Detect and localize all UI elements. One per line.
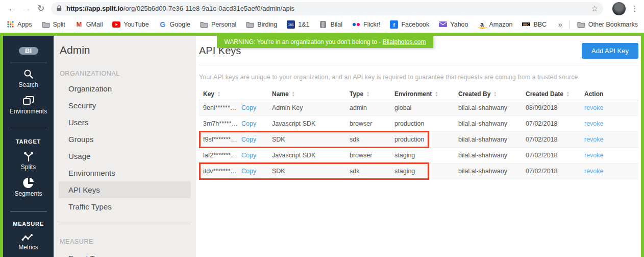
column-header-type[interactable]: Type▲▼ (345, 90, 390, 98)
key-created-by: bilal.al-shahwany (454, 152, 522, 159)
rail-divider (10, 129, 47, 129)
copy-link[interactable]: Copy (241, 136, 256, 143)
bookmark-label: Google (170, 21, 190, 28)
sort-icon[interactable]: ▲▼ (566, 91, 569, 97)
copy-link[interactable]: Copy (241, 168, 256, 175)
rail-section-target: TARGET (16, 138, 41, 145)
api-key-masked: itdv*******… (203, 168, 241, 175)
sidebar-item-splits[interactable]: Splits (21, 151, 36, 171)
sidebar-item-search[interactable]: Search (18, 68, 38, 88)
sidebar-item-metrics[interactable]: Metrics (18, 233, 38, 251)
column-header-environment[interactable]: Environment▲▼ (390, 90, 454, 98)
key-name: Admin Key (268, 104, 345, 111)
url-text[interactable]: https://app.split.io/org/025b6d00-7e36-1… (66, 5, 587, 12)
bookmark-bilal[interactable]: Bilal (319, 20, 342, 29)
key-type: browser (345, 152, 390, 159)
nav-item-api-keys[interactable]: API Keys (59, 181, 191, 198)
sort-icon[interactable]: ▲▼ (292, 91, 295, 97)
sort-icon[interactable]: ▲▼ (217, 91, 220, 97)
api-key-masked: 9eni******… (203, 104, 241, 111)
other-bookmarks[interactable]: Other Bookmarks (577, 20, 638, 29)
sort-icon[interactable]: ▲▼ (366, 91, 369, 97)
bookmark-flickr[interactable]: Flickr! (352, 20, 380, 29)
revoke-link[interactable]: revoke (584, 104, 604, 111)
bookmark-split[interactable]: Split (42, 20, 65, 29)
table-row: 3m7h*****…Copy Javascript SDK browser pr… (199, 116, 638, 132)
sort-icon[interactable]: ▲▼ (493, 91, 497, 97)
copy-link[interactable]: Copy (241, 104, 256, 111)
bookmark-bbc[interactable]: BBC BBC (522, 20, 547, 29)
key-created-date: 07/02/2018 (522, 120, 580, 127)
sidebar-item-segments[interactable]: Segments (14, 177, 42, 197)
nav-item-security[interactable]: Security (59, 97, 191, 114)
bookmark-google[interactable]: G Google (159, 20, 190, 29)
bookmark-yahoo[interactable]: Yahoo (439, 20, 468, 29)
bookmark-youtube[interactable]: YouTube (112, 20, 148, 29)
revoke-link[interactable]: revoke (584, 168, 604, 175)
bookmark-gmail[interactable]: M GMail (75, 20, 103, 29)
browser-toolbar: ← → ↻ https://app.split.io/org/025b6d00-… (0, 0, 644, 17)
revoke-link[interactable]: revoke (584, 120, 604, 127)
address-bar[interactable]: https://app.split.io/org/025b6d00-7e36-1… (51, 2, 603, 15)
refresh-icon[interactable]: ↻ (34, 3, 48, 14)
browser-chrome: ← → ↻ https://app.split.io/org/025b6d00-… (0, 0, 644, 33)
chrome-menu-icon[interactable]: ⋮ (631, 4, 639, 13)
copy-link[interactable]: Copy (241, 120, 256, 127)
amazon-icon: a (478, 20, 486, 29)
sidebar-item-label: Metrics (18, 244, 38, 251)
bookmark-label: Personal (211, 21, 236, 28)
warning-org-link[interactable]: Bilalphotos.com (383, 38, 426, 45)
column-label: Environment (394, 90, 432, 98)
sidebar-item-label: Splits (21, 163, 36, 171)
key-created-by: bilal.al-shahwany (454, 104, 522, 111)
icon-sidebar: BI Search Environments TARGET Splits Seg… (3, 36, 54, 257)
rail-section-measure: MEASURE (13, 221, 44, 227)
nav-item-usage[interactable]: Usage (59, 148, 191, 165)
bookmark-label: BBC (533, 21, 547, 28)
revoke-link[interactable]: revoke (584, 136, 604, 143)
key-created-date: 07/02/2018 (522, 136, 580, 143)
revoke-link[interactable]: revoke (584, 152, 604, 159)
column-header-name[interactable]: Name▲▼ (268, 90, 345, 98)
bbc-icon: BBC (522, 20, 530, 29)
profile-avatar[interactable] (612, 2, 626, 15)
back-icon[interactable]: ← (5, 4, 19, 14)
column-header-created-by[interactable]: Created By▲▼ (454, 90, 522, 98)
key-environment: production (390, 120, 454, 127)
bookmark-label: Facebook (401, 21, 429, 28)
forward-icon[interactable]: → (19, 4, 34, 14)
sidebar-item-label: Environments (10, 108, 47, 115)
key-created-date: 07/02/2018 (522, 168, 580, 175)
key-type: sdk (345, 136, 390, 143)
bookmark-amazon[interactable]: a Amazon (478, 20, 513, 29)
nav-item-users[interactable]: Users (59, 114, 191, 131)
nav-item-traffic-types[interactable]: Traffic Types (59, 198, 191, 215)
bookmarks-overflow-icon[interactable]: » (558, 20, 562, 29)
bookmark-1and1[interactable]: 1&1 1&1 (287, 20, 309, 29)
bookmark-facebook[interactable]: f Facebook (390, 20, 429, 29)
sidebar-item-environments[interactable]: Environments (10, 95, 47, 115)
bookmark-star-icon[interactable]: ☆ (591, 4, 598, 13)
bookmark-birding[interactable]: Birding (246, 20, 277, 29)
key-environment: staging (390, 168, 454, 175)
sort-icon[interactable]: ▲▼ (435, 91, 438, 97)
key-environment: production (390, 136, 454, 143)
nav-item-groups[interactable]: Groups (59, 131, 191, 148)
add-api-key-button[interactable]: Add API Key (582, 43, 638, 59)
copy-link[interactable]: Copy (241, 152, 256, 159)
bookmark-personal[interactable]: Personal (200, 20, 236, 29)
org-avatar[interactable]: BI (19, 47, 38, 55)
column-header-key[interactable]: Key▲▼ (199, 90, 268, 98)
column-header-created-date[interactable]: Created Date▲▼ (522, 90, 580, 98)
document-icon (319, 20, 327, 29)
search-icon (23, 68, 34, 80)
bookmark-apps[interactable]: Apps (6, 20, 32, 29)
nav-item-organization[interactable]: Organization (59, 80, 191, 97)
org-warning-banner: WARNING: You're in an organization you d… (217, 36, 433, 48)
page-description: Your API keys are unique to your organiz… (199, 74, 638, 81)
nav-item-event-types-partial[interactable]: Event Types (59, 250, 191, 257)
column-label: Created By (458, 90, 490, 98)
nav-item-environments[interactable]: Environments (59, 165, 191, 181)
sidebar-item-label: Segments (14, 190, 42, 197)
yahoo-envelope-icon (439, 20, 447, 29)
